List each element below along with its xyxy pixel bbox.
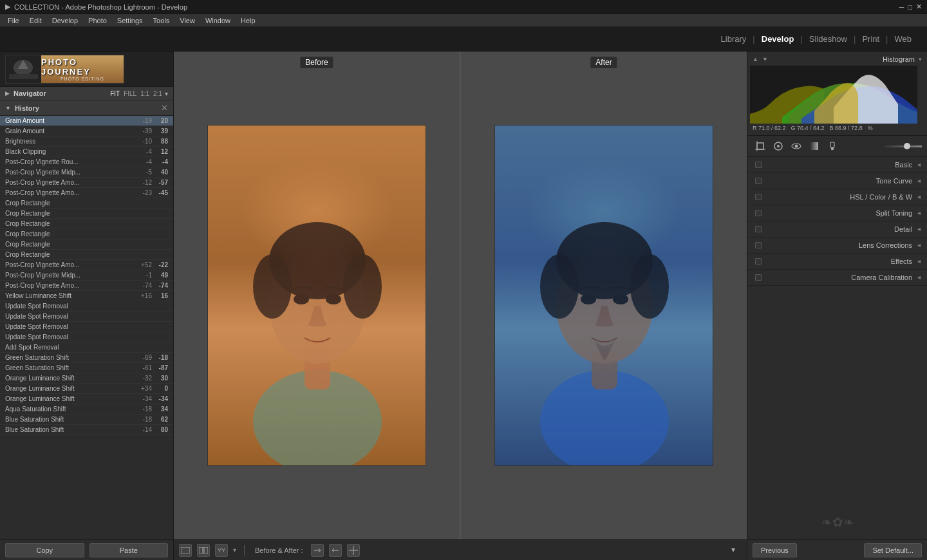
history-item[interactable]: Update Spot Removal	[0, 312, 173, 322]
panel-checkbox[interactable]	[755, 258, 762, 265]
panel-row-basic[interactable]: Basic◄	[747, 157, 927, 173]
navigator-dropdown-arrow[interactable]: ▾	[165, 90, 168, 97]
menu-item-tools[interactable]: Tools	[148, 17, 175, 24]
history-item[interactable]: Crop Rectangle	[0, 219, 173, 229]
history-item[interactable]: Update Spot Removal	[0, 322, 173, 332]
panel-collapse-arrow[interactable]: ◄	[916, 210, 922, 216]
menu-item-settings[interactable]: Settings	[112, 17, 148, 24]
panel-row-hsl---color---b---w[interactable]: HSL / Color / B & W◄	[747, 189, 927, 205]
minimize-btn[interactable]: ─	[899, 3, 904, 11]
history-header[interactable]: ▼ History ✕	[0, 100, 173, 116]
menu-item-file[interactable]: File	[3, 17, 24, 24]
history-item[interactable]: Blue Saturation Shift-1862	[0, 415, 173, 425]
history-item[interactable]: Green Saturation Shift-61-87	[0, 363, 173, 373]
history-item[interactable]: Green Saturation Shift-69-18	[0, 353, 173, 363]
spot-heal-tool[interactable]	[771, 138, 786, 154]
panel-collapse-arrow[interactable]: ◄	[916, 274, 922, 281]
view-dropdown-arrow[interactable]: ▾	[233, 546, 236, 554]
history-item[interactable]: Grain Amount-1920	[0, 116, 173, 126]
fit-option-fit[interactable]: FIT	[110, 90, 120, 97]
paste-button[interactable]: Paste	[89, 543, 169, 557]
history-item[interactable]: Post-Crop Vignette Rou...-4-4	[0, 157, 173, 167]
menu-item-photo[interactable]: Photo	[83, 17, 112, 24]
previous-button[interactable]: Previous	[753, 543, 797, 557]
panel-row-lens-corrections[interactable]: Lens Corrections◄	[747, 238, 927, 254]
history-item[interactable]: Orange Luminance Shift-34-34	[0, 394, 173, 404]
history-item[interactable]: Brightness-1088	[0, 136, 173, 147]
nav-slideshow[interactable]: Slideshow	[807, 34, 850, 44]
menu-item-edit[interactable]: Edit	[24, 17, 47, 24]
nav-develop[interactable]: Develop	[759, 34, 797, 44]
history-item[interactable]: Update Spot Removal	[0, 301, 173, 312]
histogram-up-arrow[interactable]: ▲	[753, 56, 758, 62]
history-item[interactable]: Post-Crop Vignette Amo...-23-45	[0, 188, 173, 198]
history-item[interactable]: Post-Crop Vignette Amo...-12-57	[0, 178, 173, 188]
nav-library[interactable]: Library	[718, 34, 749, 44]
brush-tool[interactable]	[825, 138, 840, 154]
nav-web[interactable]: Web	[892, 34, 915, 44]
gradient-tool[interactable]	[807, 138, 822, 154]
panel-checkbox[interactable]	[755, 274, 762, 281]
view-split-alt-icon[interactable]: YY	[215, 544, 228, 557]
tool-slider[interactable]	[884, 145, 922, 147]
copy-button[interactable]: Copy	[5, 543, 84, 557]
set-default-button[interactable]: Set Default...	[864, 543, 922, 557]
reset-view-btn[interactable]	[347, 544, 360, 557]
fit-option-fill[interactable]: FILL	[124, 90, 136, 97]
panel-collapse-arrow[interactable]: ◄	[916, 194, 922, 200]
close-btn[interactable]: ✕	[916, 3, 922, 11]
history-item[interactable]: Update Spot Removal	[0, 332, 173, 342]
panel-row-camera-calibration[interactable]: Camera Calibration◄	[747, 270, 927, 286]
history-item[interactable]: Post-Crop Vignette Midp...-149	[0, 270, 173, 281]
tool-slider-thumb[interactable]	[904, 143, 910, 149]
swap-views-btn[interactable]	[311, 544, 324, 557]
menu-item-window[interactable]: Window	[200, 17, 236, 24]
copy-settings-btn[interactable]	[329, 544, 342, 557]
history-item[interactable]: Crop Rectangle	[0, 229, 173, 239]
history-item[interactable]: Post-Crop Vignette Midp...-540	[0, 167, 173, 178]
maximize-btn[interactable]: □	[908, 3, 912, 11]
navigator-header[interactable]: ▶ Navigator FIT FILL 1:1 2:1 ▾	[0, 87, 173, 100]
view-single-icon[interactable]	[179, 544, 192, 557]
panel-checkbox[interactable]	[755, 178, 762, 184]
panel-collapse-arrow[interactable]: ◄	[916, 226, 922, 232]
menu-item-develop[interactable]: Develop	[47, 17, 83, 24]
history-close-btn[interactable]: ✕	[161, 103, 168, 113]
panel-row-effects[interactable]: Effects◄	[747, 254, 927, 270]
panel-checkbox[interactable]	[755, 194, 762, 200]
panel-collapse-arrow[interactable]: ◄	[916, 178, 922, 184]
menu-item-view[interactable]: View	[174, 17, 200, 24]
panel-row-detail[interactable]: Detail◄	[747, 221, 927, 238]
history-item[interactable]: Grain Amount-3939	[0, 126, 173, 136]
history-item[interactable]: Add Spot Removal	[0, 342, 173, 353]
panel-checkbox[interactable]	[755, 226, 762, 232]
history-item[interactable]: Crop Rectangle	[0, 250, 173, 260]
history-item[interactable]: Aqua Saturation Shift-1834	[0, 404, 173, 415]
histogram-down-arrow[interactable]: ▼	[762, 56, 768, 62]
history-item[interactable]: Orange Luminance Shift+340	[0, 384, 173, 394]
redeye-tool[interactable]	[789, 138, 804, 154]
history-item[interactable]: Crop Rectangle	[0, 209, 173, 219]
panel-checkbox[interactable]	[755, 242, 762, 248]
histogram-arrow[interactable]: ▾	[919, 56, 922, 62]
history-item[interactable]: Post-Crop Vignette Amo...-74-74	[0, 281, 173, 291]
history-item[interactable]: Orange Luminance Shift-3230	[0, 373, 173, 384]
menu-item-help[interactable]: Help	[236, 17, 261, 24]
history-item[interactable]: Post-Crop Vignette Amo...+52-22	[0, 260, 173, 270]
panel-checkbox[interactable]	[755, 162, 762, 168]
panel-row-split-toning[interactable]: Split Toning◄	[747, 205, 927, 221]
nav-print[interactable]: Print	[859, 34, 882, 44]
fit-option-1-1[interactable]: 1:1	[140, 90, 149, 97]
history-item[interactable]: Yellow Luminance Shift+1616	[0, 291, 173, 301]
history-item[interactable]: Blue Saturation Shift-1480	[0, 425, 173, 435]
panel-collapse-arrow[interactable]: ◄	[916, 258, 922, 265]
panel-collapse-arrow[interactable]: ◄	[916, 242, 922, 248]
view-mode-dropdown[interactable]: ▾	[731, 545, 742, 555]
history-item[interactable]: Black Clipping-412	[0, 147, 173, 157]
view-split-icon[interactable]	[197, 544, 210, 557]
history-item[interactable]: Crop Rectangle	[0, 198, 173, 209]
panel-row-tone-curve[interactable]: Tone Curve◄	[747, 173, 927, 189]
history-item[interactable]: Crop Rectangle	[0, 239, 173, 250]
crop-tool[interactable]	[753, 138, 768, 154]
panel-collapse-arrow[interactable]: ◄	[916, 162, 922, 168]
